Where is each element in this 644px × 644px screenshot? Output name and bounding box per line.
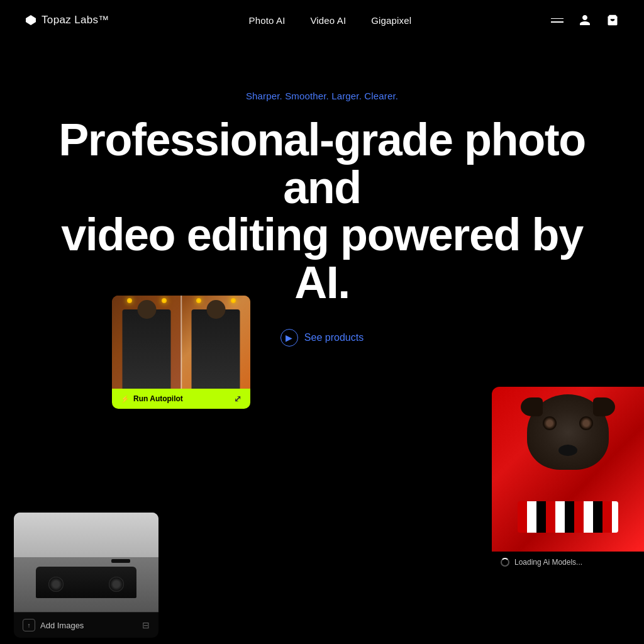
hero-title: Professional-grade photo and video editi… [45,116,599,306]
hero-section: Sharper. Smoother. Larger. Clearer. Prof… [0,40,644,347]
pug-head [527,394,609,470]
image-stack-icon: ⊟ [142,620,150,630]
account-icon[interactable] [579,14,591,26]
navbar: Topaz Labs™ Photo AI Video AI Gigapixel [0,0,644,40]
run-autopilot-label: Run Autopilot [133,394,183,403]
car-sky [14,513,158,557]
pug-ear-right [593,397,615,416]
hero-tagline: Sharper. Smoother. Larger. Clearer. [0,91,644,101]
nav-right [551,14,619,26]
cta-arrow-icon: ▶ [286,333,292,343]
logo-icon [25,14,36,26]
menu-icon[interactable] [551,18,564,23]
pug-ear-left [521,397,543,416]
pug-eye-left [543,416,557,430]
car-image [14,513,158,612]
menu-line-2 [551,21,564,23]
logo[interactable]: Topaz Labs™ [25,14,109,26]
nav-links: Photo AI Video AI Gigapixel [249,15,412,26]
pug-loading-bar: Loading Ai Models... [492,552,644,573]
nav-link-video-ai[interactable]: Video AI [310,15,346,26]
crop-icon: ⤢ [234,394,242,404]
logo-text: Topaz Labs™ [42,14,109,26]
car-body [36,567,136,598]
svg-marker-0 [26,15,36,25]
autopilot-left: ⚡ Run Autopilot [121,394,183,403]
hero-title-line2: video editing powered by AI. [61,209,583,308]
car-wheel-left [48,577,64,592]
loading-ai-models-label: Loading Ai Models... [514,558,582,567]
nav-link-photo-ai[interactable]: Photo AI [249,15,286,26]
hero-title-line1: Professional-grade photo and [58,114,586,213]
menu-line-1 [551,18,564,19]
car-wheel-right [109,577,124,592]
see-products-button[interactable]: ▶ See products [280,329,364,347]
add-images-label: Add Images [40,621,84,630]
nav-link-gigapixel[interactable]: Gigapixel [371,15,411,26]
cta-label: See products [304,332,364,343]
run-autopilot-bar[interactable]: ⚡ Run Autopilot ⤢ [112,389,250,409]
pug-collar [518,501,618,533]
cart-icon[interactable] [606,14,619,26]
pug-eye-right [579,416,593,430]
car-bottom-bar[interactable]: ↑ Add Images ⊟ [14,612,158,638]
pug-card: Loading Ai Models... [492,387,644,573]
car-spoiler [111,559,130,563]
lightning-icon: ⚡ [121,395,130,403]
pug-nose [558,445,577,456]
pug-figure [508,394,628,533]
pug-image [492,387,644,552]
upload-icon: ↑ [23,619,35,631]
loading-spinner-icon [501,558,509,567]
car-card: ↑ Add Images ⊟ [14,513,158,638]
cta-circle-icon: ▶ [280,329,298,347]
